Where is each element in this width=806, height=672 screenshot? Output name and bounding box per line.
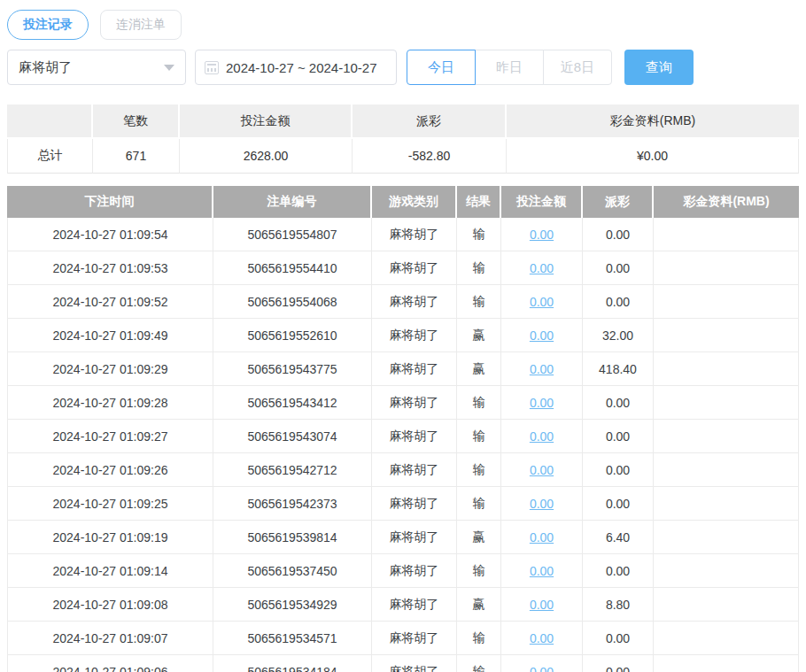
bet-time-cell: 2024-10-27 01:09:08 bbox=[7, 588, 213, 622]
tab-betting-records[interactable]: 投注记录 bbox=[7, 10, 89, 40]
bonus-cell bbox=[654, 218, 799, 251]
tab-cancelled-orders[interactable]: 连消注单 bbox=[100, 10, 182, 40]
bet-amount-link[interactable]: 0.00 bbox=[530, 228, 554, 242]
game-type-cell: 麻将胡了 bbox=[372, 655, 457, 672]
summary-header-count: 笔数 bbox=[93, 104, 180, 139]
summary-total-label: 总计 bbox=[7, 139, 93, 174]
table-row: 2024-10-27 01:09:145065619537450麻将胡了输0.0… bbox=[7, 554, 799, 588]
result-cell: 输 bbox=[457, 285, 501, 319]
bonus-cell bbox=[654, 352, 799, 386]
order-number-cell: 5065619552610 bbox=[213, 319, 372, 352]
today-button[interactable]: 今日 bbox=[407, 50, 476, 85]
bonus-cell bbox=[654, 588, 799, 622]
game-type-cell: 麻将胡了 bbox=[372, 420, 457, 453]
bet-amount-link[interactable]: 0.00 bbox=[530, 497, 554, 511]
table-row: 2024-10-27 01:09:265065619542712麻将胡了输0.0… bbox=[7, 453, 799, 487]
bet-time-cell: 2024-10-27 01:09:54 bbox=[7, 218, 213, 251]
game-type-cell: 麻将胡了 bbox=[372, 352, 457, 386]
table-row: 2024-10-27 01:09:065065619534184麻将胡了输0.0… bbox=[7, 655, 799, 672]
order-number-cell: 5065619543074 bbox=[213, 420, 372, 453]
payout-cell: 0.00 bbox=[583, 655, 654, 672]
bet-amount-cell: 0.00 bbox=[501, 453, 583, 487]
bet-time-cell: 2024-10-27 01:09:19 bbox=[7, 521, 213, 554]
bet-amount-cell: 0.00 bbox=[501, 420, 583, 453]
header-bet-time: 下注时间 bbox=[7, 186, 213, 218]
bet-amount-link[interactable]: 0.00 bbox=[530, 261, 554, 275]
tabs-row: 投注记录 连消注单 bbox=[0, 0, 806, 40]
bet-amount-link[interactable]: 0.00 bbox=[530, 631, 554, 645]
payout-cell: 8.80 bbox=[583, 588, 654, 622]
table-row: 2024-10-27 01:09:495065619552610麻将胡了赢0.0… bbox=[7, 319, 799, 352]
bonus-cell bbox=[654, 251, 799, 285]
game-type-cell: 麻将胡了 bbox=[372, 521, 457, 554]
payout-cell: 0.00 bbox=[583, 386, 654, 420]
summary-section: 笔数 投注金额 派彩 彩金资料(RMB) 总计 671 2628.00 -582… bbox=[0, 104, 806, 174]
last-8-days-button[interactable]: 近8日 bbox=[543, 50, 612, 85]
bet-time-cell: 2024-10-27 01:09:52 bbox=[7, 285, 213, 319]
records-header-row: 下注时间 注单编号 游戏类别 结果 投注金额 派彩 彩金资料(RMB) bbox=[7, 186, 799, 218]
table-row: 2024-10-27 01:09:255065619542373麻将胡了输0.0… bbox=[7, 487, 799, 521]
summary-total-count: 671 bbox=[93, 139, 180, 174]
bet-time-cell: 2024-10-27 01:09:49 bbox=[7, 319, 213, 352]
bonus-cell bbox=[654, 319, 799, 352]
game-type-cell: 麻将胡了 bbox=[372, 487, 457, 521]
result-cell: 赢 bbox=[457, 352, 501, 386]
summary-header-bonus: 彩金资料(RMB) bbox=[507, 104, 799, 139]
bet-amount-cell: 0.00 bbox=[501, 319, 583, 352]
payout-cell: 6.40 bbox=[583, 521, 654, 554]
bonus-cell bbox=[654, 420, 799, 453]
bet-amount-link[interactable]: 0.00 bbox=[530, 396, 554, 410]
payout-cell: 32.00 bbox=[583, 319, 654, 352]
bet-amount-cell: 0.00 bbox=[501, 487, 583, 521]
bet-time-cell: 2024-10-27 01:09:26 bbox=[7, 453, 213, 487]
query-button[interactable]: 查询 bbox=[624, 50, 694, 85]
game-select[interactable]: 麻将胡了 bbox=[7, 50, 186, 85]
filter-row: 麻将胡了 2024-10-27 ~ 2024-10-27 今日 昨日 近8日 查… bbox=[0, 50, 806, 85]
header-bet-amount: 投注金额 bbox=[501, 186, 583, 218]
summary-total-bonus: ¥0.00 bbox=[507, 139, 799, 174]
quick-range-group: 今日 昨日 近8日 bbox=[407, 50, 612, 85]
records-table: 下注时间 注单编号 游戏类别 结果 投注金额 派彩 彩金资料(RMB) 2024… bbox=[7, 186, 799, 672]
bet-amount-link[interactable]: 0.00 bbox=[530, 530, 554, 545]
summary-header-bet-amount: 投注金额 bbox=[180, 104, 353, 139]
bet-time-cell: 2024-10-27 01:09:27 bbox=[7, 420, 213, 453]
bet-amount-link[interactable]: 0.00 bbox=[530, 598, 554, 612]
result-cell: 输 bbox=[457, 655, 501, 672]
bet-amount-cell: 0.00 bbox=[501, 554, 583, 588]
order-number-cell: 5065619543412 bbox=[213, 386, 372, 420]
bet-amount-link[interactable]: 0.00 bbox=[530, 463, 554, 477]
payout-cell: 418.40 bbox=[583, 352, 654, 386]
bet-time-cell: 2024-10-27 01:09:07 bbox=[7, 622, 213, 655]
order-number-cell: 5065619542373 bbox=[213, 487, 372, 521]
game-type-cell: 麻将胡了 bbox=[372, 319, 457, 352]
bet-amount-cell: 0.00 bbox=[501, 285, 583, 319]
date-range-input[interactable]: 2024-10-27 ~ 2024-10-27 bbox=[195, 50, 397, 85]
bet-amount-cell: 0.00 bbox=[501, 386, 583, 420]
order-number-cell: 5065619537450 bbox=[213, 554, 372, 588]
bet-amount-link[interactable]: 0.00 bbox=[530, 564, 554, 578]
bet-time-cell: 2024-10-27 01:09:25 bbox=[7, 487, 213, 521]
bet-amount-cell: 0.00 bbox=[501, 622, 583, 655]
table-row: 2024-10-27 01:09:085065619534929麻将胡了赢0.0… bbox=[7, 588, 799, 622]
game-type-cell: 麻将胡了 bbox=[372, 554, 457, 588]
bet-amount-link[interactable]: 0.00 bbox=[530, 295, 554, 309]
table-row: 2024-10-27 01:09:545065619554807麻将胡了输0.0… bbox=[7, 218, 799, 251]
table-row: 2024-10-27 01:09:535065619554410麻将胡了输0.0… bbox=[7, 251, 799, 285]
result-cell: 赢 bbox=[457, 521, 501, 554]
result-cell: 赢 bbox=[457, 588, 501, 622]
table-row: 2024-10-27 01:09:275065619543074麻将胡了输0.0… bbox=[7, 420, 799, 453]
bet-amount-link[interactable]: 0.00 bbox=[530, 362, 554, 376]
bet-amount-link[interactable]: 0.00 bbox=[530, 429, 554, 444]
bet-amount-link[interactable]: 0.00 bbox=[530, 665, 554, 672]
bet-amount-cell: 0.00 bbox=[501, 218, 583, 251]
game-type-cell: 麻将胡了 bbox=[372, 251, 457, 285]
bet-amount-link[interactable]: 0.00 bbox=[530, 328, 554, 343]
bonus-cell bbox=[654, 554, 799, 588]
bet-time-cell: 2024-10-27 01:09:06 bbox=[7, 655, 213, 672]
bonus-cell bbox=[654, 285, 799, 319]
yesterday-button[interactable]: 昨日 bbox=[475, 50, 544, 85]
calendar-icon bbox=[205, 61, 219, 74]
game-type-cell: 麻将胡了 bbox=[372, 453, 457, 487]
payout-cell: 0.00 bbox=[583, 251, 654, 285]
result-cell: 输 bbox=[457, 218, 501, 251]
